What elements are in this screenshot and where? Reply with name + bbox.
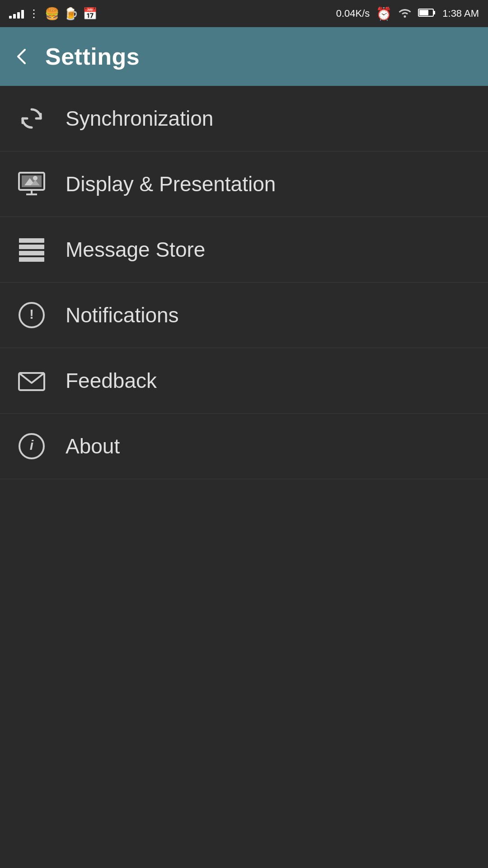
network-speed: 0.04K/s (336, 8, 370, 19)
svg-rect-10 (19, 238, 44, 243)
svg-text:!: ! (29, 307, 34, 321)
signal-icon (9, 9, 24, 19)
svg-text:i: i (30, 438, 34, 453)
settings-item-notifications[interactable]: ! Notifications (0, 283, 488, 348)
sync-icon (16, 103, 47, 134)
toolbar: Settings (0, 27, 488, 86)
notifications-label: Notifications (66, 303, 179, 327)
about-label: About (66, 434, 120, 458)
feedback-icon (16, 365, 47, 396)
page-title: Settings (45, 43, 140, 70)
app-icon-2: 🍺 (64, 7, 78, 21)
settings-item-message-store[interactable]: Message Store (0, 217, 488, 283)
time-display: 1:38 AM (442, 8, 479, 19)
settings-list: Synchronization Display & Presentation (0, 86, 488, 479)
svg-point-7 (33, 176, 38, 180)
synchronization-label: Synchronization (66, 106, 213, 131)
battery-icon (418, 7, 436, 21)
settings-item-synchronization[interactable]: Synchronization (0, 86, 488, 151)
svg-rect-1 (433, 11, 435, 14)
app-icon-1: 🍔 (45, 7, 59, 21)
empty-area (0, 479, 488, 863)
about-icon: i (16, 430, 47, 462)
wifi-icon (398, 6, 412, 21)
svg-rect-13 (19, 257, 44, 262)
notifications-icon: ! (16, 299, 47, 331)
feedback-label: Feedback (66, 368, 157, 393)
display-presentation-label: Display & Presentation (66, 172, 276, 196)
settings-item-about[interactable]: i About (0, 414, 488, 479)
back-button[interactable] (14, 47, 32, 66)
status-bar: ⋮ 🍔 🍺 📅 0.04K/s ⏰ 1:38 AM (0, 0, 488, 27)
message-store-icon (16, 234, 47, 265)
svg-rect-11 (19, 245, 44, 249)
menu-dots-icon: ⋮ (28, 7, 40, 20)
svg-rect-2 (419, 10, 428, 15)
svg-rect-12 (19, 251, 44, 255)
display-icon (16, 168, 47, 200)
alarm-icon: ⏰ (376, 6, 392, 21)
message-store-label: Message Store (66, 237, 205, 262)
settings-item-feedback[interactable]: Feedback (0, 348, 488, 414)
status-left: ⋮ 🍔 🍺 📅 (9, 7, 97, 21)
app-icon-3: 📅 (83, 7, 97, 21)
settings-item-display-presentation[interactable]: Display & Presentation (0, 151, 488, 217)
status-right: 0.04K/s ⏰ 1:38 AM (336, 6, 479, 21)
